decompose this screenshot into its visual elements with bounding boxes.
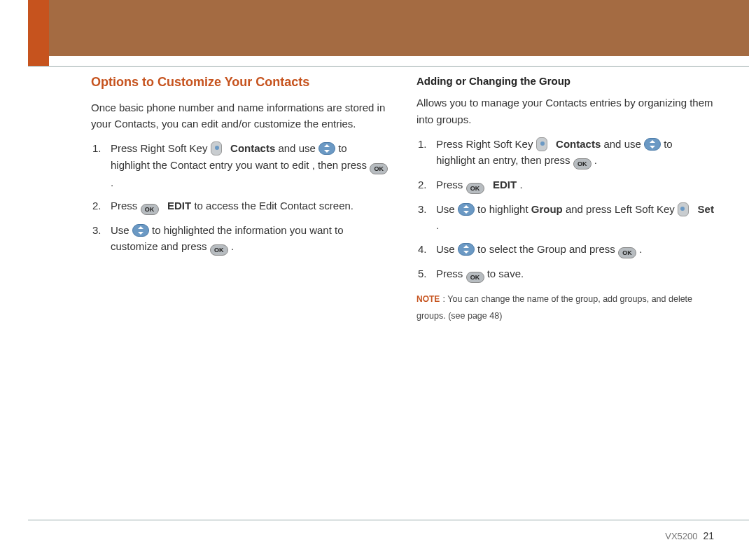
step-item: Use to highlighted the information you w…	[91, 222, 388, 256]
header-accent	[28, 0, 49, 66]
step-text: and press Left Soft Key	[566, 203, 678, 215]
contacts-label: Contacts	[230, 142, 275, 154]
step-text: .	[639, 243, 642, 255]
step-text: Use	[111, 224, 132, 236]
step-item: Press OK EDIT to access the Edit Contact…	[91, 198, 388, 215]
step-text: .	[231, 240, 234, 252]
page-footer: VX5200 21	[665, 530, 714, 541]
step-text: to access the Edit Contact screen.	[194, 200, 354, 212]
ok-icon: OK	[618, 247, 636, 258]
nav-updown-icon	[644, 138, 661, 151]
page-content: Options to Customize Your Contacts Once …	[91, 73, 714, 324]
ok-icon: OK	[466, 272, 484, 283]
sub-title: Adding or Changing the Group	[416, 73, 714, 89]
top-rule	[28, 66, 749, 67]
note-block: NOTE : You can change the name of the gr…	[416, 290, 714, 324]
steps-list: Press Right Soft Key Contacts and use to…	[416, 136, 714, 283]
contacts-label: Contacts	[556, 138, 601, 150]
header-band	[49, 0, 749, 56]
softkey-right-icon	[536, 137, 547, 151]
section-title: Options to Customize Your Contacts	[91, 73, 388, 92]
nav-updown-icon	[318, 142, 335, 155]
step-text: Use	[436, 243, 458, 255]
nav-updown-icon	[132, 224, 149, 237]
nav-updown-icon	[458, 203, 475, 216]
step-text: to select the Group and press	[477, 243, 618, 255]
ok-icon: OK	[370, 163, 388, 174]
step-item: Press OK EDIT .	[416, 176, 714, 194]
step-text: .	[519, 179, 522, 191]
step-text: .	[594, 154, 597, 166]
edit-label: EDIT	[167, 200, 191, 212]
step-item: Use to select the Group and press OK .	[416, 241, 714, 258]
step-text: Press Right Soft Key	[436, 138, 536, 150]
step-item: Use to highlight Group and press Left So…	[416, 201, 714, 234]
step-text: and use	[603, 138, 644, 150]
step-text: to highlight	[477, 203, 531, 215]
step-text: Press Right Soft Key	[111, 142, 211, 154]
ok-icon: OK	[573, 158, 592, 169]
nav-updown-icon	[458, 243, 475, 256]
note-body: : You can change the name of the group, …	[416, 294, 692, 321]
edit-label: EDIT	[493, 179, 517, 191]
intro-text: Once basic phone number and name informa…	[91, 99, 388, 132]
steps-list: Press Right Soft Key Contacts and use to…	[91, 140, 388, 256]
step-text: Press	[436, 179, 466, 191]
page-number: 21	[703, 530, 714, 541]
step-text: Use	[436, 203, 458, 215]
group-label: Group	[531, 203, 563, 215]
step-text: and use	[278, 142, 318, 154]
step-text: .	[436, 219, 439, 231]
step-item: Press Right Soft Key Contacts and use to…	[416, 136, 714, 169]
ok-icon: OK	[466, 183, 484, 194]
step-text: Press	[436, 268, 466, 279]
ok-icon: OK	[210, 244, 228, 256]
ok-icon: OK	[141, 204, 159, 215]
note-label: NOTE	[416, 294, 440, 304]
right-column: Adding or Changing the Group Allows you …	[416, 73, 714, 324]
step-text: Press	[111, 200, 141, 212]
step-item: Press OK to save.	[416, 265, 714, 283]
step-text: to save.	[487, 268, 524, 279]
set-label: Set	[698, 203, 714, 215]
bottom-rule	[28, 520, 749, 520]
intro-text: Allows you to manage your Contacts entri…	[416, 95, 714, 127]
left-column: Options to Customize Your Contacts Once …	[91, 73, 388, 324]
softkey-right-icon	[211, 141, 222, 155]
step-text: .	[111, 176, 113, 188]
softkey-left-icon	[678, 202, 689, 216]
step-item: Press Right Soft Key Contacts and use to…	[91, 140, 388, 191]
model-number: VX5200	[665, 531, 697, 541]
